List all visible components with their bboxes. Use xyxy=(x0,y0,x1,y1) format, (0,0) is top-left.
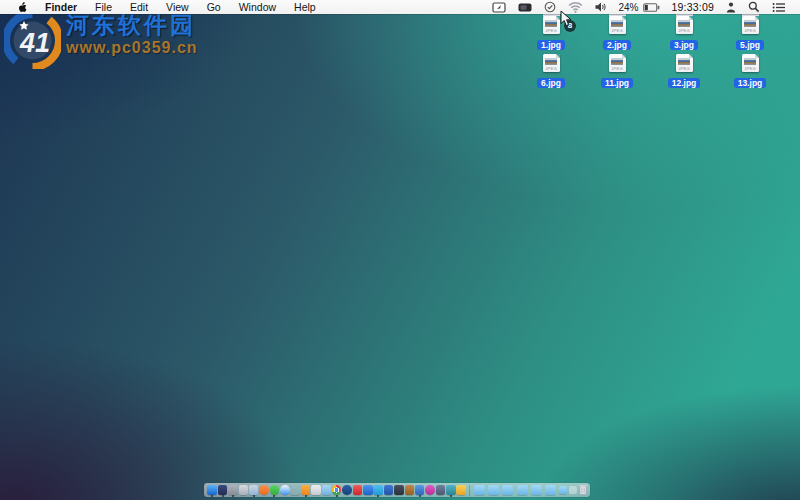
dock-app-blue-app[interactable] xyxy=(363,485,373,495)
dock-minimized-window[interactable] xyxy=(531,485,542,495)
dock-app-light-blue-app[interactable] xyxy=(322,485,332,495)
watermark-text: 河东软件园 www.pc0359.cn xyxy=(66,12,198,57)
dock-app-red-app[interactable] xyxy=(353,485,363,495)
notification-center-menu[interactable] xyxy=(766,0,786,14)
running-indicator xyxy=(419,495,421,497)
dock-app-app-store[interactable] xyxy=(228,485,238,495)
screen-sharing-menu[interactable] xyxy=(486,0,512,14)
desktop-file-2.jpg[interactable]: JPEG2.jpg xyxy=(595,16,639,52)
checkmark-menu[interactable] xyxy=(538,0,562,14)
file-type-text: JPEG xyxy=(742,67,759,71)
file-type-text: JPEG xyxy=(543,29,560,33)
file-name-label: 13.jpg xyxy=(734,78,767,88)
battery-percent: 24% xyxy=(619,2,639,13)
volume-menu[interactable] xyxy=(589,0,613,14)
dock-app-mail[interactable] xyxy=(249,485,259,495)
spotlight-search-icon xyxy=(748,1,760,13)
notification-center-icon xyxy=(772,2,786,13)
jpeg-file-icon: JPEG xyxy=(742,16,759,34)
dock-trash[interactable] xyxy=(579,481,587,499)
menu-item-view[interactable]: View xyxy=(157,0,198,14)
dock-app-teal-grid-app[interactable] xyxy=(446,485,456,495)
menu-bar: FinderFileEditViewGoWindowHelp xyxy=(0,0,800,14)
running-indicator xyxy=(232,495,234,497)
file-type-text: JPEG xyxy=(742,29,759,33)
dock-app-blue-square-app[interactable] xyxy=(384,485,394,495)
apple-icon xyxy=(18,2,27,13)
dock-app-finder[interactable] xyxy=(207,485,217,495)
watermark: 41 河东软件园 www.pc0359.cn xyxy=(4,12,198,69)
battery-menu[interactable]: 24% xyxy=(613,0,666,14)
photo-thumbnail xyxy=(744,20,756,27)
dock-app-dark-blue-circle-app[interactable] xyxy=(342,485,352,495)
dock-minimized-window[interactable] xyxy=(559,486,567,494)
photo-thumbnail xyxy=(678,58,690,65)
dock-minimized-window[interactable] xyxy=(488,485,499,495)
dock-app-magenta-circle-app[interactable] xyxy=(425,485,435,495)
file-type-text: JPEG xyxy=(609,29,626,33)
status-menu-area: 24% 19:33:09 xyxy=(486,0,800,14)
clock-menu[interactable]: 19:33:09 xyxy=(666,0,720,14)
desktop-file-6.jpg[interactable]: JPEG6.jpg xyxy=(529,54,573,90)
apple-menu[interactable] xyxy=(9,0,36,14)
running-indicator xyxy=(253,495,255,497)
dock xyxy=(204,483,590,497)
dock-minimized-window[interactable] xyxy=(502,485,513,495)
file-name-label: 6.jpg xyxy=(537,78,565,88)
menu-item-window[interactable]: Window xyxy=(230,0,285,14)
dock-minimized-window[interactable] xyxy=(517,485,528,495)
photo-thumbnail xyxy=(744,58,756,65)
desktop-file-11.jpg[interactable]: JPEG11.jpg xyxy=(595,54,639,90)
file-name-label: 11.jpg xyxy=(601,78,633,88)
dock-app-blue-diamond-app[interactable] xyxy=(415,485,425,495)
file-name-label: 3.jpg xyxy=(670,40,698,50)
file-name-label: 12.jpg xyxy=(668,78,701,88)
desktop-file-5.jpg[interactable]: JPEG5.jpg xyxy=(728,16,772,52)
menu-item-finder[interactable]: Finder xyxy=(36,0,86,14)
display-menu[interactable] xyxy=(512,0,538,14)
menu-item-file[interactable]: File xyxy=(86,0,121,14)
macos-desktop: { "menubar": { "items": ["Finder", "File… xyxy=(0,0,800,500)
desktop-file-13.jpg[interactable]: JPEG13.jpg xyxy=(728,54,772,90)
menu-item-edit[interactable]: Edit xyxy=(121,0,157,14)
dock-app-orange-browser[interactable] xyxy=(301,485,311,495)
dock-app-orange-circle-app[interactable] xyxy=(259,485,269,495)
dock-app-pink-app[interactable] xyxy=(290,485,300,495)
dock-app-safari[interactable] xyxy=(280,485,290,495)
file-type-text: JPEG xyxy=(676,29,693,33)
desktop-file-3.jpg[interactable]: JPEG3.jpg xyxy=(662,16,706,52)
dock-downloads-stack[interactable] xyxy=(569,486,577,494)
file-type-text: JPEG xyxy=(609,67,626,71)
menu-item-help[interactable]: Help xyxy=(285,0,325,14)
volume-icon xyxy=(595,2,607,12)
spotlight-menu[interactable] xyxy=(742,0,766,14)
running-indicator xyxy=(305,495,307,497)
svg-text:41: 41 xyxy=(19,28,50,58)
desktop-file-12.jpg[interactable]: JPEG12.jpg xyxy=(662,54,706,90)
dock-app-green-circle-app[interactable] xyxy=(270,485,280,495)
running-indicator xyxy=(222,495,224,497)
file-type-text: JPEG xyxy=(676,67,693,71)
dock-app-chrome[interactable] xyxy=(332,485,342,495)
user-menu[interactable] xyxy=(720,0,742,14)
checkmark-circle-icon xyxy=(544,1,556,13)
file-type-text: JPEG xyxy=(543,67,560,71)
jpeg-file-icon: JPEG xyxy=(676,54,693,72)
dock-app-lightning-app[interactable] xyxy=(456,485,466,495)
file-name-label: 2.jpg xyxy=(603,40,631,50)
dock-app-dark-blue-app[interactable] xyxy=(218,485,228,495)
running-indicator xyxy=(377,495,379,497)
dock-app-dark-photos-app[interactable] xyxy=(394,485,404,495)
running-indicator xyxy=(211,495,213,497)
menu-item-go[interactable]: Go xyxy=(198,0,230,14)
photo-thumbnail xyxy=(611,20,623,27)
dock-app-white-app[interactable] xyxy=(311,485,321,495)
dock-app-slate-app[interactable] xyxy=(436,485,446,495)
dock-minimized-window[interactable] xyxy=(545,485,556,495)
dock-app-amber-app[interactable] xyxy=(405,485,415,495)
jpeg-file-icon: JPEG xyxy=(609,54,626,72)
photo-thumbnail xyxy=(678,20,690,27)
dock-app-skype[interactable] xyxy=(373,485,383,495)
dock-minimized-window[interactable] xyxy=(474,485,485,495)
dock-app-preview[interactable] xyxy=(239,485,249,495)
